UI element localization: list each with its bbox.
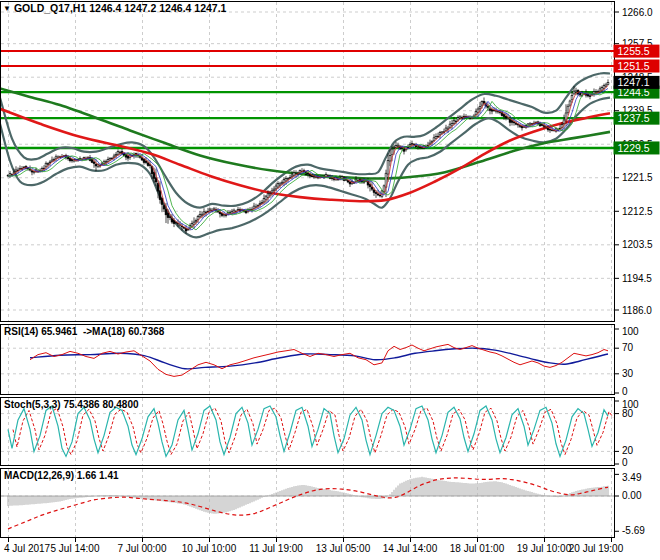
svg-text:1203.5: 1203.5 (622, 239, 653, 250)
svg-text:18 Jul 01:00: 18 Jul 01:00 (450, 543, 505, 554)
svg-text:100: 100 (622, 326, 639, 337)
svg-text:19 Jul 10:00: 19 Jul 10:00 (517, 543, 572, 554)
svg-text:1237.5: 1237.5 (618, 112, 650, 124)
svg-text:80: 80 (622, 408, 634, 419)
svg-text:14 Jul 14:00: 14 Jul 14:00 (383, 543, 438, 554)
svg-text:1251.5: 1251.5 (618, 60, 650, 72)
ohlc-readout: 1246.4 1247.2 1246.4 1247.1 (89, 2, 226, 14)
macd-indicator-label: MACD(12,26,9) 1.66 1.41 (4, 470, 119, 481)
svg-text:-5.69: -5.69 (622, 525, 645, 536)
svg-text:1229.5: 1229.5 (618, 142, 650, 154)
svg-text:10 Jul 10:00: 10 Jul 10:00 (182, 543, 237, 554)
svg-text:20: 20 (622, 445, 634, 456)
svg-text:13 Jul 05:00: 13 Jul 05:00 (316, 543, 371, 554)
svg-text:30: 30 (622, 368, 634, 379)
symbol-period-label: GOLD_Q17,H1 (14, 2, 86, 14)
svg-text:5 Jul 14:00: 5 Jul 14:00 (51, 543, 100, 554)
svg-text:1266.0: 1266.0 (622, 7, 653, 18)
svg-text:1247.1: 1247.1 (618, 76, 650, 88)
svg-text:0.00: 0.00 (622, 490, 642, 501)
stoch-indicator-label: Stoch(5,3,3) 75.4386 80.4800 (4, 399, 139, 410)
svg-text:70: 70 (622, 342, 634, 353)
svg-text:4 Jul 2017: 4 Jul 2017 (4, 543, 51, 554)
svg-text:1212.5: 1212.5 (622, 206, 653, 217)
svg-text:1255.5: 1255.5 (618, 45, 650, 57)
svg-text:0: 0 (622, 386, 628, 397)
svg-text:3.49: 3.49 (622, 472, 642, 483)
svg-text:0: 0 (622, 457, 628, 468)
svg-text:7 Jul 00:00: 7 Jul 00:00 (118, 543, 167, 554)
svg-text:1186.0: 1186.0 (622, 305, 652, 316)
svg-text:11 Jul 19:00: 11 Jul 19:00 (249, 543, 303, 554)
trading-chart-window: 1266.01257.51248.51239.51230.51221.51212… (0, 0, 660, 560)
svg-text:1221.5: 1221.5 (622, 172, 653, 183)
svg-text:1194.5: 1194.5 (622, 273, 652, 284)
svg-text:20 Jul 19:00: 20 Jul 19:00 (569, 543, 624, 554)
chevron-down-icon[interactable]: ▼ (3, 4, 11, 13)
rsi-indicator-label: RSI(14) 65.9461 ->MA(18) 60.7368 (4, 326, 164, 337)
symbol-title: ▼GOLD_Q17,H1 1246.4 1247.2 1246.4 1247.1 (3, 2, 226, 14)
